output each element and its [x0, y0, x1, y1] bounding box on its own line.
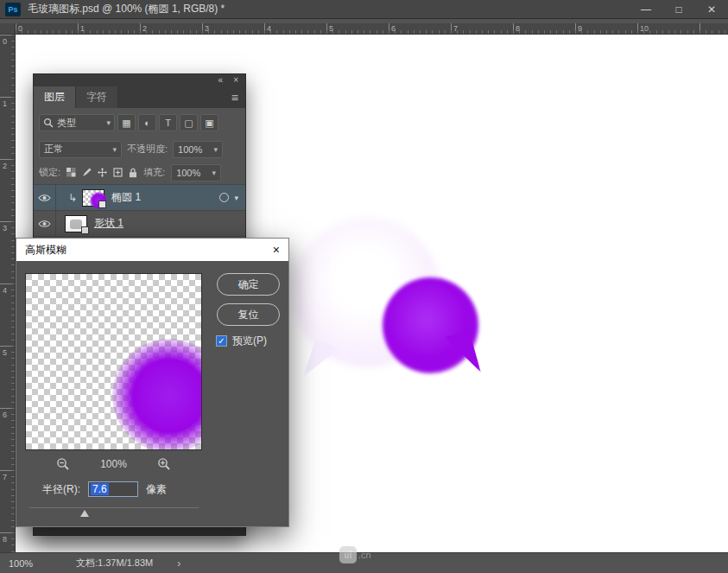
layer-filter-row: 类型 ▾ ▦ ◐ T ▢ ▣	[34, 108, 245, 137]
preview-checkbox[interactable]: ✓	[216, 335, 227, 347]
layer-row-controls: ▾	[219, 193, 238, 202]
fill-dropdown[interactable]: 100% ▾	[171, 164, 221, 181]
preview-checkbox-row: ✓ 预览(P)	[216, 334, 267, 348]
lock-label: 锁定:	[39, 166, 60, 179]
lock-transparency-icon[interactable]	[66, 168, 76, 177]
blur-preview-box[interactable]	[25, 273, 202, 450]
opacity-label: 不透明度:	[127, 143, 168, 156]
thumbnail-badge-icon	[98, 201, 106, 208]
filter-type-dropdown[interactable]: 类型 ▾	[39, 114, 115, 131]
layer-name[interactable]: 椭圆 1	[111, 190, 141, 205]
panel-close-icon[interactable]: ×	[233, 76, 238, 85]
layer-name[interactable]: 形状 1	[94, 216, 123, 231]
zoom-out-icon[interactable]	[56, 457, 70, 471]
eye-icon	[38, 220, 51, 228]
purple-bubble	[383, 277, 478, 373]
radius-slider-track[interactable]	[29, 507, 199, 508]
photoshop-window: Ps 毛玻璃图标.psd @ 100% (椭圆 1, RGB/8) * — □ …	[0, 0, 728, 573]
ruler-vertical: 012345678	[0, 35, 16, 552]
lock-artboard-icon[interactable]	[113, 168, 123, 177]
panel-collapse-icon[interactable]: «	[218, 76, 224, 85]
chevron-down-icon: ▾	[212, 169, 217, 177]
fill-value: 100%	[176, 168, 200, 178]
clipping-mask-arrow-icon: ↳	[68, 192, 77, 204]
layers-panel-header: « ×	[34, 74, 245, 86]
status-options-chevron-icon[interactable]: ›	[177, 557, 180, 570]
fill-label: 填充:	[143, 166, 165, 179]
layer-thumbnail[interactable]	[82, 189, 104, 207]
blend-mode-row: 正常 ▾ 不透明度: 100% ▾	[34, 137, 245, 161]
minimize-button[interactable]: —	[630, 0, 662, 18]
layers-panel-footer	[34, 526, 245, 535]
filter-smart-objects-icon[interactable]: ▣	[200, 114, 218, 131]
lock-position-move-icon[interactable]	[98, 168, 107, 177]
thumbnail-shape-glyph	[70, 220, 82, 229]
watermark: ui .cn	[339, 546, 371, 563]
title-bar: Ps 毛玻璃图标.psd @ 100% (椭圆 1, RGB/8) * — □ …	[0, 0, 728, 19]
radius-row: 半径(R): 7.6 像素	[42, 481, 167, 497]
chevron-down-icon: ▾	[112, 145, 117, 154]
document-title: 毛玻璃图标.psd @ 100% (椭圆 1, RGB/8) *	[28, 2, 225, 16]
layer-thumbnail[interactable]	[65, 215, 87, 232]
layer-row-ellipse-1[interactable]: ↳ 椭圆 1 ▾	[34, 185, 245, 211]
preview-purple-blob	[112, 339, 202, 450]
ruler-corner	[0, 23, 16, 35]
radius-input[interactable]: 7.6	[88, 481, 138, 497]
filter-type-label: 类型	[57, 117, 76, 130]
opacity-dropdown[interactable]: 100% ▾	[173, 141, 223, 158]
lock-pixels-brush-icon[interactable]	[82, 168, 92, 177]
panel-menu-icon[interactable]: ≡	[225, 86, 245, 108]
preview-zoom-row: 100%	[25, 456, 202, 472]
dialog-close-icon[interactable]: ×	[263, 243, 280, 257]
thumbnail-badge-icon	[81, 226, 89, 234]
photoshop-logo-icon: Ps	[5, 3, 21, 16]
lock-icons	[66, 168, 137, 178]
dialog-title-bar[interactable]: 高斯模糊 ×	[16, 239, 288, 261]
zoom-in-icon[interactable]	[157, 457, 171, 471]
watermark-suffix: .cn	[358, 550, 371, 560]
watermark-logo: ui	[339, 546, 357, 563]
ok-button[interactable]: 确定	[217, 273, 280, 296]
expand-chevron-icon[interactable]: ▾	[234, 194, 238, 202]
radius-unit-label: 像素	[146, 482, 167, 497]
layer-list: ↳ 椭圆 1 ▾ 形状 1	[34, 184, 245, 237]
blend-mode-dropdown[interactable]: 正常 ▾	[39, 141, 122, 158]
preview-zoom-value: 100%	[100, 458, 127, 470]
status-zoom-level[interactable]: 100%	[9, 558, 64, 569]
preview-checkbox-label: 预览(P)	[232, 334, 267, 348]
filter-shape-layers-icon[interactable]: ▢	[180, 114, 198, 131]
radius-label: 半径(R):	[42, 482, 80, 497]
chevron-down-icon: ▾	[106, 118, 111, 127]
search-icon	[43, 118, 54, 128]
layer-row-shape-1[interactable]: 形状 1	[34, 211, 245, 237]
dialog-title: 高斯模糊	[25, 243, 66, 258]
radius-slider-thumb[interactable]	[80, 510, 89, 517]
reset-button[interactable]: 复位	[217, 303, 280, 326]
blend-mode-value: 正常	[44, 143, 63, 156]
filter-adjustment-layers-icon[interactable]: ◐	[138, 114, 156, 131]
filter-pixel-layers-icon[interactable]: ▦	[117, 114, 136, 131]
gaussian-blur-dialog: 高斯模糊 × 确定 复位 ✓ 预览(P) 100% 半径(R): 7.6 像素	[16, 238, 289, 527]
visibility-toggle[interactable]	[34, 185, 56, 210]
smart-filter-icon[interactable]	[219, 193, 229, 202]
ruler-horizontal: 012345678910	[16, 23, 728, 35]
lock-all-icon[interactable]	[129, 168, 137, 178]
tab-layers[interactable]: 图层	[34, 86, 76, 108]
radius-value-selected: 7.6	[91, 483, 109, 495]
window-controls: — □ ✕	[630, 0, 728, 18]
panel-tab-bar: 图层 字符 ≡	[34, 86, 245, 108]
close-button[interactable]: ✕	[695, 0, 728, 18]
tab-character[interactable]: 字符	[76, 86, 118, 108]
lock-row: 锁定: 填充: 100% ▾	[34, 161, 245, 184]
eye-icon	[38, 194, 51, 202]
visibility-toggle[interactable]	[34, 211, 56, 236]
filter-type-layers-icon[interactable]: T	[159, 114, 177, 131]
maximize-button[interactable]: □	[662, 0, 695, 18]
chevron-down-icon: ▾	[214, 145, 218, 154]
opacity-value: 100%	[178, 144, 202, 155]
status-document-size: 文档:1.37M/1.83M	[76, 557, 153, 570]
